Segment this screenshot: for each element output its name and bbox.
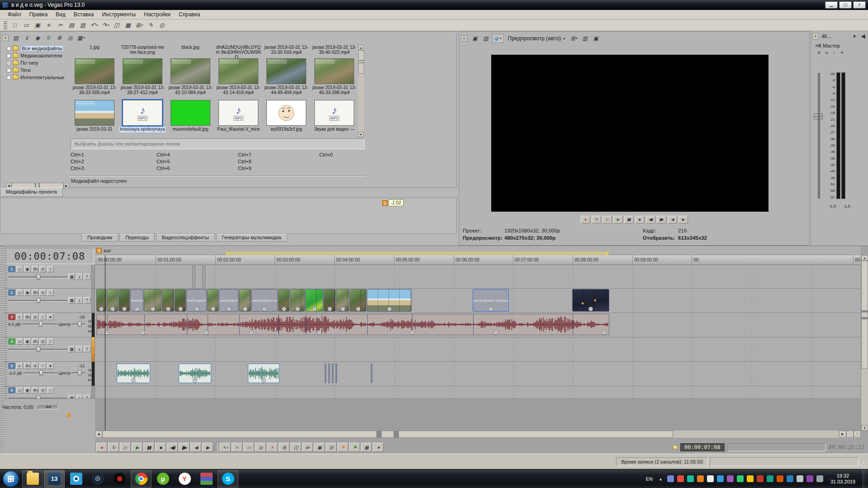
menu-item[interactable]: Настройки [140,10,175,19]
javaw 2019-03-31 13-42-10-984.mp4[interactable]: javaw 2019-03-31 13-42-10-984.mp4 [166,58,214,100]
phase-invert-icon[interactable]: ◐ [16,314,23,320]
record-arm-icon[interactable]: ● [47,363,54,369]
master-solo-icon[interactable]: ○ [831,49,838,56]
preview-quality-button[interactable]: ⊞▾ [569,34,579,43]
preview-quality-dropdown[interactable]: Предпросмотр (авто) ▾ [505,35,568,42]
make-child-icon[interactable]: ⇣ [76,395,83,399]
compositing-mode-icon[interactable]: ▱ [16,338,23,345]
level-slider[interactable] [8,276,67,278]
dock-close-icon[interactable]: × [461,35,467,42]
Звуки для видео —[interactable]: ♪ MP3 З [310,100,358,135]
solo-icon[interactable]: ○ [39,363,46,369]
event-fx-icon[interactable]: + [588,307,593,311]
media-refresh-button[interactable]: ↻▾ [43,33,53,43]
audio-lane-3[interactable]: ++++++++ [95,313,861,337]
media-new-bin-button[interactable]: ▤▾ [11,33,21,43]
make-child-icon[interactable]: ⇣ [76,297,83,303]
track-fx-icon[interactable]: ⚙▾ [32,338,38,345]
video-lane-6[interactable] [95,386,861,399]
scrollbar-thumb[interactable] [358,50,364,74]
track-motion-icon[interactable]: ◉ [24,289,31,296]
snapshot-copy-button[interactable]: ▥▾ [580,34,590,43]
track-number-badge[interactable]: 4 [8,338,15,345]
master-downscale-icon[interactable]: ▼ [839,49,845,56]
media-fx-button[interactable]: ⚙▾ [54,33,64,43]
level-slider[interactable] [8,300,67,301]
resize-grip[interactable] [861,463,867,469]
event-boundary[interactable] [187,314,187,335]
solo-icon[interactable]: ○ [47,289,54,296]
tray-icon[interactable] [757,475,764,482]
menu-item[interactable]: Правка [25,10,52,19]
event-fx-icon[interactable]: + [261,378,266,383]
menu-item[interactable]: Инструменты [98,10,140,19]
tray-icon[interactable] [806,475,813,482]
taskbar-skype-button[interactable]: S [218,470,238,488]
event-fx-icon[interactable]: + [602,330,607,335]
track-fx-icon[interactable]: ⚙▾ [24,314,31,320]
javaw 2019-03-31 13-42-14-419.mp4[interactable]: javaw 2019-03-31 13-42-14-419.mp4 [214,58,262,100]
scroll-right-icon[interactable]: ▶ [64,183,69,188]
video-event[interactable] [202,266,205,287]
tray-icon[interactable] [667,475,674,482]
video-event[interactable]: + [572,289,609,312]
level-slider[interactable] [8,349,67,350]
video-event[interactable]: (медиафайл недоступен) + [251,289,278,312]
audio-event[interactable] [332,364,333,383]
video-event[interactable]: + [175,289,186,312]
event-boundary[interactable] [239,314,240,335]
javaw 2019-03-31 13-44-49-404.mp4[interactable]: javaw 2019-03-31 13-44-49-404.mp4 [262,58,310,100]
prev-frame-button[interactable]: ◀▾ [190,443,201,452]
media-views-button[interactable]: ▦▾ [76,33,86,43]
hint-bulb-icon[interactable] [673,445,678,450]
video-event[interactable]: + [144,289,161,312]
record-arm-icon[interactable]: ● [47,314,54,320]
video-event[interactable]: + [207,289,218,312]
event-fx-icon[interactable]: + [131,378,136,383]
video-event[interactable]: + [290,289,305,312]
playhead-cursor[interactable] [105,255,105,431]
folder-tree-item[interactable]: + По типу [6,59,69,66]
scroll-left-icon[interactable]: ◀ [95,431,102,437]
compositing-mode-icon[interactable]: ▱ [16,289,23,296]
track-header[interactable]: 1 ▱ ◉ ◐ ⚙▾ ⊘ ○ ● [5,265,95,289]
go-to-start-button[interactable]: ◀▮▾ [167,443,178,452]
track-motion-icon[interactable]: ◉ [24,338,31,345]
scroll-down-icon[interactable]: ▼ [861,425,868,431]
dock-tab[interactable]: Переходы [119,234,155,242]
scroll-up-icon[interactable]: ▲ [861,255,868,261]
dock-close-icon[interactable]: × [812,33,819,39]
taskbar-photos-button[interactable] [66,470,86,488]
event-fx-icon[interactable]: + [341,307,345,311]
tray-icon[interactable] [797,475,803,482]
more-tools-button[interactable]: ▾▾ [373,443,384,452]
timeline-vertical-scrollbar[interactable]: ▲ ▼ [861,255,868,431]
record-button[interactable]: ●▾ [96,443,107,452]
event-fx-icon[interactable]: + [122,307,127,311]
level-slider[interactable] [8,398,67,399]
tray-icon[interactable] [687,475,694,482]
dock-close-icon[interactable]: × [2,35,9,41]
media-file[interactable]: javaw 2019-03-31 13-33-30-593.mp4 [262,45,310,58]
event-fx-icon[interactable]: + [178,307,183,311]
event-fx-icon[interactable]: + [282,307,286,311]
track-header[interactable]: 2 ▱ ◉ ◐ ⚙▾ ⊘ ○ ● [5,289,95,313]
track-number-badge[interactable]: 2 [8,289,15,296]
compositing-mode-icon[interactable]: ▱ [16,266,23,272]
record-button[interactable]: ● [581,216,590,223]
snapshot-save-button[interactable]: ▣▾ [591,34,601,43]
track-fx-icon[interactable]: ⚙▾ [32,387,38,393]
event-fx-icon[interactable]: + [356,307,360,311]
scroll-down-icon[interactable]: ▼ [358,132,364,137]
track-number-badge[interactable]: 3 [8,314,15,320]
snap-button[interactable]: ⊞▾ [279,443,289,452]
media-file[interactable]: 1.jpg [71,45,119,58]
redo-button[interactable]: ↷▾ [100,20,111,30]
search-button[interactable]: ◎▾ [157,20,167,30]
make-child-icon[interactable]: ⇣ [76,346,83,352]
toolbar-grip[interactable] [4,21,7,29]
audio-event[interactable] [325,364,326,383]
zoom-out-icon[interactable]: − [846,431,854,437]
taskbar-utorrent-button[interactable]: µ [152,470,173,488]
taskbar-clock[interactable]: 19:32 31.03.2019 [830,473,855,485]
